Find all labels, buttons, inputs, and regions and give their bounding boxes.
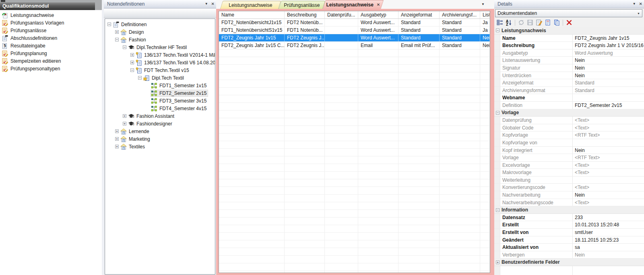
panel-close-button[interactable]: ✕ [639, 2, 642, 6]
property-row-archivierungsformat[interactable]: ArchivierungsformatStandard [494, 87, 644, 94]
property-value[interactable]: Nein [573, 64, 644, 72]
tree-node[interactable]: +Marketing [105, 135, 215, 143]
sidebar-item-pr-fungsanl-sse[interactable]: Prüfungsanlässe [0, 27, 102, 34]
tree-node[interactable]: FDT3_Semester 3v15 [105, 97, 215, 105]
tree-node[interactable]: +136/137 Techn.Textil V2014-1 Mär [105, 51, 215, 59]
column-header[interactable]: Datenprüfu... [325, 11, 358, 18]
property-row-makrovorlage[interactable]: Makrovorlage<Text> [494, 169, 644, 176]
collapse-expander-icon[interactable]: − [138, 76, 142, 80]
sidebar-item-resultateingabe[interactable]: 5Resultateingabe [0, 42, 102, 49]
collapse-expander-icon[interactable]: − [130, 68, 134, 72]
tree-node[interactable]: FDT4_Semester 4v15 [105, 105, 215, 112]
tree-node[interactable]: −Dipl.Tech Textil [105, 74, 215, 82]
property-value[interactable]: 10.01.2013 15:20:48 [573, 221, 644, 228]
column-header[interactable]: Anzeigeformat [398, 11, 440, 18]
property-section-leistungsnachweis[interactable]: −Leistungsnachweis [494, 27, 644, 35]
property-row-vorlage[interactable]: Vorlage<RTF Text> [494, 154, 644, 162]
tree-node[interactable]: −Definitionen [105, 21, 215, 28]
tree-node[interactable]: +Fashion Assistant [105, 112, 215, 120]
property-row-signatur[interactable]: SignaturNein [494, 64, 644, 72]
property-value[interactable]: <Text> [573, 162, 644, 169]
edit-button[interactable] [535, 19, 543, 26]
property-row-datensatz[interactable]: Datensatz233 [494, 214, 644, 222]
expand-expander-icon[interactable]: + [123, 122, 126, 125]
property-value[interactable]: Nein [573, 191, 644, 199]
column-header[interactable]: Archivierungsf... [440, 11, 480, 18]
property-value[interactable] [573, 176, 644, 184]
table-row-selected[interactable]: FDT2_Zeugnis Jahr 1v15FDT2 Zeugnis J...W… [219, 34, 490, 42]
property-value[interactable]: <Text> [573, 199, 644, 206]
document-button[interactable] [544, 19, 551, 26]
property-row-kopfvorlage-von[interactable]: Kopfvorlage von [494, 139, 644, 147]
property-row-nachverarbeitung[interactable]: NachverarbeitungNein [494, 191, 644, 199]
property-section-information[interactable]: −Information [494, 206, 644, 214]
property-row-weiterleitung[interactable]: Weiterleitung [494, 176, 644, 184]
property-row-erstellt-von[interactable]: Erstellt vonsmtUser [494, 229, 644, 236]
property-value[interactable]: FDT2 Zeugnis Jahr 1 V 2015/16 [573, 42, 644, 49]
property-value[interactable]: FDT2_Zeugnis Jahr 1v15 [573, 35, 644, 42]
property-value[interactable]: Word Auswertung [573, 49, 644, 57]
tree-node[interactable]: FDT1_Semester 1v15 [105, 82, 215, 89]
table-row[interactable]: FDT1_NotenübersichtS1v15FDT1 Notenüb...W… [219, 27, 490, 34]
sidebar-item-pr-fungsanlass-vorlagen[interactable]: Prüfungsanlass Vorlagen [0, 19, 102, 27]
panel-menu-button[interactable]: ▼ [205, 2, 208, 6]
property-row-webname[interactable]: Webname [494, 94, 644, 102]
tree-node[interactable]: +Lernende [105, 127, 215, 135]
expand-expander-icon[interactable]: + [115, 137, 119, 141]
details-view-select[interactable]: Dokumentendaten ▼ [495, 9, 642, 17]
property-row-verbergen[interactable]: VerbergenNein [494, 251, 644, 259]
property-row-listenauswertung[interactable]: ListenauswertungNein [494, 57, 644, 64]
property-value[interactable]: Nein [573, 147, 644, 154]
property-value[interactable] [573, 139, 644, 146]
tab-pr-fungsanl-sse[interactable]: Prüfungsanlässe [279, 1, 325, 9]
property-section-benutzerdefinierte-felder[interactable]: +Benutzerdefinierte Felder [494, 259, 644, 266]
tree-node[interactable]: −Fashion [105, 36, 215, 43]
property-value[interactable]: sa [573, 244, 644, 251]
sort-az-button[interactable]: AZ [505, 19, 512, 26]
property-value[interactable]: <RTF Text> [573, 131, 644, 139]
property-row-erstellt[interactable]: Erstellt10.01.2013 15:20:48 [494, 221, 644, 229]
column-header[interactable]: Name [219, 11, 285, 18]
property-row-ausgabetyp[interactable]: AusgabetypWord Auswertung [494, 49, 644, 57]
property-row-unterdr-cken[interactable]: UnterdrückenNein [494, 72, 644, 80]
property-value[interactable]: FDT2_Semester 2v15 [573, 102, 644, 109]
tree-node[interactable]: +Textiles [105, 143, 215, 150]
property-value[interactable]: Nein [573, 251, 644, 259]
collapse-expander-icon[interactable]: − [123, 45, 126, 49]
property-value[interactable]: Standard [573, 87, 644, 94]
property-section-vorlage[interactable]: −Vorlage [494, 109, 644, 117]
panel-menu-button[interactable]: ▼ [633, 2, 636, 6]
property-row-datenpr-fung[interactable]: Datenprüfung<Text> [494, 117, 644, 124]
property-value[interactable]: <RTF Text> [573, 154, 644, 161]
property-row-ge-ndert[interactable]: Geändert18.11.2015 10:25:23 [494, 236, 644, 244]
expand-expander-icon[interactable]: + [115, 30, 119, 34]
sidebar-item-pr-fungsplanung[interactable]: Prüfungsplanung [0, 49, 102, 57]
categorized-button[interactable] [496, 19, 504, 26]
sidebar-item-leistungsnachweise[interactable]: Leistungsnachweise [0, 11, 102, 19]
property-row-kopfvorlage[interactable]: Kopfvorlage<RTF Text> [494, 131, 644, 139]
property-value[interactable]: 233 [573, 214, 644, 221]
property-row-anzeigeformat[interactable]: AnzeigeformatStandard [494, 79, 644, 87]
expand-expander-icon[interactable]: + [115, 129, 119, 133]
tab-leistungsnachweise[interactable]: Leistungsnachweise [220, 1, 281, 9]
property-row-konvertierungscode[interactable]: Konvertierungscode<Text> [494, 184, 644, 191]
expand-expander-icon[interactable]: + [123, 114, 126, 118]
tree-node[interactable]: +Fashiondesigner [105, 120, 215, 127]
tree-node[interactable]: FDT2_Semester 2v15 [105, 89, 215, 97]
collapse-expander-icon[interactable]: − [496, 29, 500, 32]
property-row-kopf-integriert[interactable]: Kopf integriertNein [494, 147, 644, 154]
tree-node[interactable]: −Dipl.Techniker HF Textil [105, 43, 215, 51]
property-value[interactable]: smtUser [573, 229, 644, 236]
tree-node[interactable]: −FDT Techn.Textil v15 [105, 66, 215, 74]
column-header[interactable]: Beschreibung [285, 11, 325, 18]
property-row-name[interactable]: NameFDT2_Zeugnis Jahr 1v15 [494, 35, 644, 42]
tab-list-dropdown-button[interactable]: ▼ [481, 2, 485, 6]
property-value[interactable]: Standard [573, 79, 644, 86]
collapse-expander-icon[interactable]: − [496, 111, 500, 115]
property-value[interactable]: <Text> [573, 169, 644, 176]
sidebar-item-stempelzeiten-editieren[interactable]: Stempelzeiten editieren [0, 57, 102, 65]
property-row-definition[interactable]: DefinitionFDT2_Semester 2v15 [494, 102, 644, 109]
property-value[interactable] [573, 94, 644, 101]
property-row-beschreibung[interactable]: BeschreibungFDT2 Zeugnis Jahr 1 V 2015/1… [494, 42, 644, 49]
property-row-excelvorlage[interactable]: Excelvorlage<Text> [494, 162, 644, 169]
